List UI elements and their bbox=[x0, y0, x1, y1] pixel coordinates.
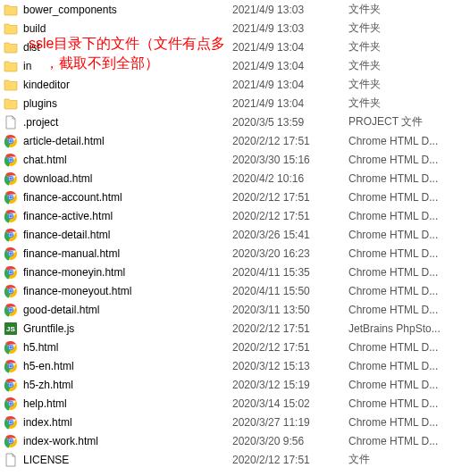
file-date: 2020/2/12 17:51 bbox=[232, 191, 348, 204]
file-name-cell: finance-moneyout.html bbox=[4, 284, 232, 298]
file-row[interactable]: article-detail.html2020/2/12 17:51Chrome… bbox=[0, 131, 470, 150]
svg-point-57 bbox=[9, 402, 13, 405]
svg-point-61 bbox=[9, 421, 13, 424]
file-row[interactable]: kindeditor2021/4/9 13:04文件夹 bbox=[0, 75, 470, 94]
folder-icon bbox=[4, 3, 18, 17]
file-date: 2020/3/5 13:59 bbox=[232, 116, 348, 129]
file-date: 2020/3/12 15:13 bbox=[232, 360, 348, 372]
file-row[interactable]: LICENSE2020/2/12 17:51文件 bbox=[0, 450, 470, 469]
file-row[interactable]: finance-detail.html2020/3/26 15:41Chrome… bbox=[0, 225, 470, 244]
svg-point-7 bbox=[9, 158, 13, 162]
file-date: 2021/4/9 13:04 bbox=[232, 97, 348, 110]
file-name-cell: h5-zh.html bbox=[4, 378, 232, 392]
file-name-cell: plugins bbox=[4, 96, 232, 111]
file-type: 文件夹 bbox=[348, 96, 470, 111]
file-row[interactable]: h5-en.html2020/3/12 15:13Chrome HTML D..… bbox=[0, 356, 470, 375]
svg-point-31 bbox=[9, 271, 13, 274]
file-name-cell: dist bbox=[4, 40, 232, 54]
file-type: Chrome HTML D... bbox=[348, 304, 470, 316]
file-date: 2021/4/9 13:04 bbox=[232, 41, 348, 54]
file-row[interactable]: bower_components2021/4/9 13:03文件夹 bbox=[0, 0, 470, 19]
file-date: 2021/4/9 13:04 bbox=[232, 79, 348, 91]
file-row[interactable]: index-work.html2020/3/20 9:56Chrome HTML… bbox=[0, 431, 470, 450]
file-type: Chrome HTML D... bbox=[348, 360, 470, 372]
file-type: Chrome HTML D... bbox=[348, 266, 470, 279]
file-date: 2020/3/11 13:50 bbox=[232, 304, 348, 316]
file-type: 文件 bbox=[348, 452, 470, 467]
file-date: 2020/3/14 15:02 bbox=[232, 397, 348, 410]
file-row[interactable]: finance-account.html2020/2/12 17:51Chrom… bbox=[0, 188, 470, 206]
folder-icon bbox=[4, 21, 18, 36]
file-name: LICENSE bbox=[23, 454, 69, 466]
file-row[interactable]: good-detail.html2020/3/11 13:50Chrome HT… bbox=[0, 300, 470, 319]
file-name-cell: article-detail.html bbox=[4, 134, 232, 148]
file-row[interactable]: chat.html2020/3/30 15:16Chrome HTML D... bbox=[0, 150, 470, 169]
file-icon bbox=[4, 115, 18, 129]
file-row[interactable]: help.html2020/3/14 15:02Chrome HTML D... bbox=[0, 394, 470, 413]
file-row[interactable]: finance-active.html2020/2/12 17:51Chrome… bbox=[0, 206, 470, 225]
file-row[interactable]: dist2021/4/9 13:04文件夹 bbox=[0, 38, 470, 56]
file-name-cell: in bbox=[4, 59, 232, 73]
file-type: PROJECT 文件 bbox=[348, 114, 470, 129]
svg-point-65 bbox=[9, 439, 13, 443]
file-row[interactable]: finance-manual.html2020/3/20 16:23Chrome… bbox=[0, 244, 470, 263]
file-list: bower_components2021/4/9 13:03文件夹build20… bbox=[0, 0, 470, 469]
file-date: 2020/2/12 17:51 bbox=[232, 210, 348, 222]
file-row[interactable]: index.html2020/3/27 11:19Chrome HTML D..… bbox=[0, 413, 470, 431]
file-type: 文件夹 bbox=[348, 77, 470, 92]
chrome-icon bbox=[4, 434, 18, 448]
file-row[interactable]: JSGruntfile.js2020/2/12 17:51JetBrains P… bbox=[0, 319, 470, 338]
js-icon: JS bbox=[4, 322, 18, 336]
file-type: Chrome HTML D... bbox=[348, 210, 470, 222]
file-name-cell: index.html bbox=[4, 415, 232, 430]
file-row[interactable]: finance-moneyin.html2020/4/11 15:35Chrom… bbox=[0, 263, 470, 281]
chrome-icon bbox=[4, 303, 18, 317]
file-date: 2020/3/20 16:23 bbox=[232, 247, 348, 260]
file-date: 2020/3/27 11:19 bbox=[232, 416, 348, 429]
chrome-icon bbox=[4, 134, 18, 148]
svg-point-45 bbox=[9, 346, 13, 349]
file-row[interactable]: .project2020/3/5 13:59PROJECT 文件 bbox=[0, 113, 470, 131]
chrome-icon bbox=[4, 190, 18, 205]
file-type: Chrome HTML D... bbox=[348, 379, 470, 391]
file-date: 2020/4/11 15:35 bbox=[232, 266, 348, 279]
file-type: Chrome HTML D... bbox=[348, 172, 470, 185]
file-row[interactable]: h5-zh.html2020/3/12 15:19Chrome HTML D..… bbox=[0, 375, 470, 394]
file-row[interactable]: finance-moneyout.html2020/4/11 15:50Chro… bbox=[0, 281, 470, 300]
file-name: build bbox=[23, 22, 46, 35]
chrome-icon bbox=[4, 171, 18, 186]
file-row[interactable]: in2021/4/9 13:04文件夹 bbox=[0, 56, 470, 75]
file-name: bower_components bbox=[23, 4, 117, 16]
file-name: finance-account.html bbox=[23, 191, 122, 204]
svg-point-15 bbox=[9, 196, 13, 199]
file-name-cell: download.html bbox=[4, 171, 232, 186]
file-row[interactable]: h5.html2020/2/12 17:51Chrome HTML D... bbox=[0, 338, 470, 356]
file-date: 2020/2/12 17:51 bbox=[232, 341, 348, 354]
file-name-cell: LICENSE bbox=[4, 453, 232, 467]
file-name-cell: JSGruntfile.js bbox=[4, 322, 232, 336]
chrome-icon bbox=[4, 228, 18, 242]
file-name-cell: finance-manual.html bbox=[4, 246, 232, 261]
file-name: .project bbox=[23, 116, 58, 129]
file-name: h5.html bbox=[23, 341, 58, 354]
file-row[interactable]: build2021/4/9 13:03文件夹 bbox=[0, 19, 470, 38]
file-type: 文件夹 bbox=[348, 21, 470, 36]
file-date: 2020/2/12 17:51 bbox=[232, 454, 348, 466]
file-name: Gruntfile.js bbox=[23, 322, 74, 335]
file-name: h5-en.html bbox=[23, 360, 74, 372]
file-name-cell: chat.html bbox=[4, 153, 232, 167]
file-date: 2020/2/12 17:51 bbox=[232, 135, 348, 147]
chrome-icon bbox=[4, 209, 18, 223]
chrome-icon bbox=[4, 284, 18, 298]
file-row[interactable]: plugins2021/4/9 13:04文件夹 bbox=[0, 94, 470, 113]
file-name-cell: help.html bbox=[4, 397, 232, 411]
file-name: help.html bbox=[23, 397, 67, 410]
file-name-cell: h5-en.html bbox=[4, 359, 232, 373]
file-name: index-work.html bbox=[23, 435, 98, 447]
file-type: 文件夹 bbox=[348, 2, 470, 17]
file-name: finance-manual.html bbox=[23, 247, 120, 260]
file-icon bbox=[4, 453, 18, 467]
file-type: Chrome HTML D... bbox=[348, 154, 470, 166]
file-type: Chrome HTML D... bbox=[348, 229, 470, 241]
file-row[interactable]: download.html2020/4/2 10:16Chrome HTML D… bbox=[0, 169, 470, 188]
